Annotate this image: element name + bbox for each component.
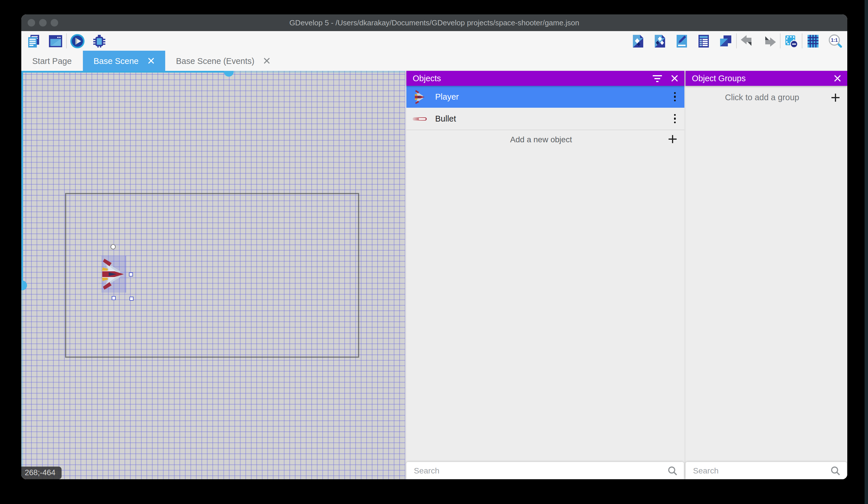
minimize-window-button[interactable] (39, 19, 46, 27)
object-row-bullet[interactable]: Bullet (406, 108, 684, 130)
scene-properties-icon[interactable] (48, 33, 63, 49)
scene-canvas[interactable]: 268;-464 (21, 71, 405, 479)
close-panel-icon[interactable] (834, 75, 841, 82)
toggle-grid-icon[interactable] (805, 33, 821, 49)
filter-icon[interactable] (653, 74, 662, 82)
undo-icon[interactable] (740, 33, 755, 49)
object-name: Bullet (435, 114, 456, 123)
editor-content: 268;-464 Objects (21, 71, 847, 479)
close-panel-icon[interactable] (671, 75, 678, 82)
object-name: Player (435, 92, 459, 101)
objects-panel-toggle-icon[interactable] (630, 33, 646, 49)
tab-label: Base Scene (94, 56, 138, 65)
instances-list-toggle-icon[interactable] (696, 33, 711, 49)
horizontal-scrollbar-thumb[interactable] (224, 71, 234, 77)
editor-tabbar: Start Page Base Scene Base Scene (Events… (21, 51, 847, 71)
object-groups-panel-toggle-icon[interactable] (652, 33, 668, 49)
objects-panel-title: Objects (413, 74, 643, 83)
object-groups-panel-title: Object Groups (692, 74, 825, 83)
tab-start-page[interactable]: Start Page (21, 51, 83, 71)
resize-handle-right[interactable] (129, 272, 133, 276)
project-manager-icon[interactable] (26, 33, 41, 49)
toolbar-divider (780, 33, 781, 48)
player-thumbnail (412, 89, 428, 104)
object-menu-icon[interactable] (674, 113, 676, 124)
object-groups-panel: Object Groups Click to add a group (685, 71, 847, 479)
main-toolbar: 1:1 (21, 31, 847, 51)
add-object-label: Add a new object (414, 134, 668, 144)
objects-panel: Objects (406, 71, 684, 479)
toggle-mask-icon[interactable] (783, 33, 799, 49)
search-icon (668, 466, 678, 475)
cursor-coordinates-badge: 268;-464 (21, 466, 62, 479)
add-group-label: Click to add a group (693, 93, 831, 102)
titlebar[interactable]: GDevelop 5 - /Users/dkarakay/Documents/G… (21, 14, 847, 31)
object-row-player[interactable]: Player (406, 86, 684, 108)
toolbar-divider (736, 33, 737, 48)
tab-base-scene[interactable]: Base Scene (83, 51, 165, 71)
toolbar-divider (66, 33, 67, 48)
object-menu-icon[interactable] (674, 91, 676, 102)
traffic-lights (28, 19, 58, 27)
toolbar-divider (802, 33, 802, 48)
zoom-1-1-icon[interactable]: 1:1 (827, 33, 843, 49)
tab-base-scene-events[interactable]: Base Scene (Events) (165, 51, 281, 71)
debug-icon[interactable] (92, 33, 107, 49)
redo-icon[interactable] (762, 33, 777, 49)
desktop-edge (865, 0, 868, 504)
close-tab-icon[interactable] (148, 58, 154, 64)
close-tab-icon[interactable] (264, 58, 270, 64)
vertical-scrollbar-fill (21, 71, 23, 285)
plus-icon[interactable] (831, 93, 840, 102)
groups-search-input[interactable] (692, 465, 830, 476)
objects-search-bar (406, 462, 684, 479)
resize-handle-bottom[interactable] (112, 296, 116, 300)
zoom-window-button[interactable] (51, 19, 58, 27)
objects-search-input[interactable] (413, 465, 668, 476)
objects-panel-header: Objects (406, 71, 684, 86)
tab-label: Base Scene (Events) (176, 56, 254, 65)
close-window-button[interactable] (28, 19, 35, 27)
properties-panel-toggle-icon[interactable] (674, 33, 690, 49)
object-groups-panel-header: Object Groups (685, 71, 847, 86)
layers-panel-toggle-icon[interactable] (718, 33, 733, 49)
groups-search-bar (685, 462, 847, 479)
add-object-row[interactable]: Add a new object (406, 130, 684, 148)
horizontal-scrollbar-fill (21, 71, 229, 73)
selected-instance-player[interactable] (101, 256, 126, 293)
rotate-handle[interactable] (111, 244, 116, 249)
gdevelop-window: GDevelop 5 - /Users/dkarakay/Documents/G… (21, 14, 847, 479)
window-title: GDevelop 5 - /Users/dkarakay/Documents/G… (21, 14, 847, 31)
plus-icon[interactable] (668, 135, 677, 143)
player-ship-sprite (102, 256, 125, 292)
tab-label: Start Page (32, 56, 72, 65)
resize-handle-bottom-right[interactable] (130, 296, 134, 301)
play-icon[interactable] (70, 33, 85, 49)
svg-text:1:1: 1:1 (831, 37, 838, 42)
search-icon (830, 466, 840, 475)
vertical-scrollbar-thumb[interactable] (21, 281, 27, 290)
add-group-row[interactable]: Click to add a group (685, 86, 847, 109)
bullet-thumbnail (412, 111, 428, 127)
screenshot-stage: GDevelop 5 - /Users/dkarakay/Documents/G… (0, 0, 868, 504)
